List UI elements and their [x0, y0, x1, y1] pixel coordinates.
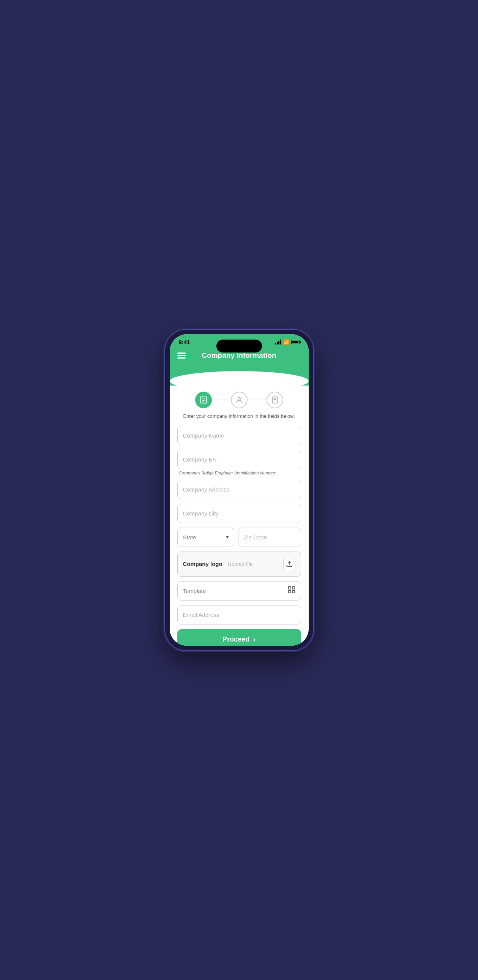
state-zip-row: State AL CA NY TX ▼	[177, 528, 301, 547]
proceed-button[interactable]: Proceed ›	[177, 629, 301, 646]
proceed-label: Proceed	[222, 635, 249, 643]
status-icons: 📶	[275, 339, 300, 345]
step-3-document	[267, 391, 283, 408]
company-en-field: Company's 9-digit Employer Identificatio…	[177, 450, 301, 475]
page-title: Company Information	[202, 352, 276, 360]
company-address-field	[177, 480, 301, 499]
form-subtitle: Enter your company information in the fi…	[177, 413, 301, 420]
template-input[interactable]	[177, 581, 301, 601]
state-select[interactable]: State AL CA NY TX	[177, 528, 234, 547]
svg-rect-8	[292, 591, 294, 593]
progress-stepper	[177, 385, 301, 413]
company-en-hint: Company's 9-digit Employer Identificatio…	[177, 471, 301, 475]
proceed-chevron-icon: ›	[253, 635, 256, 643]
phone-screen: 9:41 📶 Company Information	[170, 334, 309, 646]
company-name-input[interactable]	[177, 426, 301, 445]
state-select-wrapper: State AL CA NY TX ▼	[177, 528, 234, 547]
upload-icon	[283, 558, 295, 570]
logo-label: Company logo	[183, 561, 222, 567]
email-input[interactable]	[177, 605, 301, 624]
svg-point-0	[170, 371, 309, 385]
zip-field	[238, 528, 301, 547]
step-line-1	[212, 399, 231, 400]
svg-rect-5	[288, 587, 291, 589]
upload-placeholder: Upload file	[228, 561, 283, 567]
template-field	[177, 581, 301, 601]
svg-rect-7	[288, 591, 291, 593]
phone-frame: 9:41 📶 Company Information	[165, 330, 313, 650]
company-city-input[interactable]	[177, 504, 301, 523]
zip-code-input[interactable]	[238, 528, 301, 547]
wave-decoration	[170, 371, 309, 385]
logo-upload-field[interactable]: Company logo Upload file	[177, 552, 301, 577]
menu-button[interactable]	[177, 353, 186, 359]
status-time: 9:41	[179, 339, 190, 345]
dynamic-island	[216, 340, 262, 353]
company-city-field	[177, 504, 301, 523]
battery-icon	[291, 340, 300, 344]
company-en-input[interactable]	[177, 450, 301, 469]
email-field	[177, 605, 301, 624]
svg-point-2	[238, 397, 240, 400]
signal-icon	[275, 340, 281, 345]
template-icon	[287, 586, 296, 596]
company-address-input[interactable]	[177, 480, 301, 499]
step-line-2	[248, 399, 267, 400]
form-content: Enter your company information in the fi…	[170, 385, 309, 646]
wifi-icon: 📶	[283, 339, 289, 345]
step-2-user	[231, 391, 248, 408]
svg-rect-6	[292, 587, 294, 589]
company-name-field	[177, 426, 301, 445]
step-1-company	[195, 391, 212, 408]
